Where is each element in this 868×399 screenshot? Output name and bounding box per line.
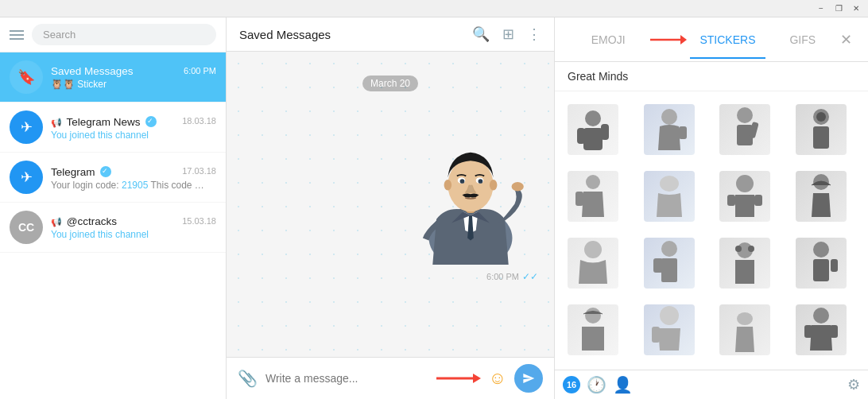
svg-point-9: [490, 180, 498, 190]
svg-rect-36: [661, 258, 677, 282]
sticker-cell-15[interactable]: [713, 298, 777, 362]
chat-area: Saved Messages 🔍 ⊞ ⋮ March 20: [227, 17, 554, 399]
sticker-cell-8[interactable]: [789, 165, 853, 228]
svg-rect-37: [653, 258, 663, 273]
sticker-tabs-bar: EMOJI STICKERS GIFS ✕: [555, 17, 868, 62]
chat-info-cctracks: 📢 @cctracks 15.03.18 You joined this cha…: [51, 215, 216, 240]
chat-time-cc: 15.03.18: [182, 216, 216, 226]
svg-point-7: [479, 179, 483, 184]
avatar-saved: 🔖: [10, 60, 43, 94]
svg-point-26: [816, 112, 826, 122]
megaphone-icon: 📢: [51, 118, 62, 127]
chat-preview: 🦉🦉 Sticker: [51, 79, 216, 90]
delivery-check: ✓✓: [522, 271, 538, 282]
restore-button[interactable]: ❐: [833, 3, 844, 14]
attach-button[interactable]: 📎: [238, 369, 258, 388]
sticker-cell-7[interactable]: [713, 165, 777, 228]
svg-point-48: [813, 308, 829, 323]
settings-icon[interactable]: ⚙: [847, 376, 860, 393]
sticker-cell-10[interactable]: [637, 231, 701, 295]
sidebar-header: Search: [0, 17, 226, 52]
verified-icon: [145, 116, 157, 127]
sticker-cell-14[interactable]: [637, 298, 701, 362]
svg-point-21: [737, 107, 753, 123]
sticker-cell-16[interactable]: [789, 298, 853, 362]
input-area: 📎 ☺: [227, 357, 554, 399]
svg-rect-46: [652, 327, 660, 343]
panel-close-button[interactable]: ✕: [840, 31, 852, 48]
sticker-cell-1[interactable]: [561, 98, 625, 161]
svg-rect-18: [601, 124, 609, 140]
chat-list: 🔖 Saved Messages 6:00 PM 🦉🦉 Sticker ✈ 📢: [0, 52, 226, 399]
chat-name-row-tg: Telegram 17.03.18: [51, 165, 216, 178]
send-button[interactable]: [514, 364, 543, 393]
sidebar: Search 🔖 Saved Messages 6:00 PM 🦉🦉 Stick…: [0, 17, 227, 399]
tab-stickers[interactable]: STICKERS: [690, 21, 765, 59]
sticker-cell-12[interactable]: [789, 231, 853, 295]
chat-name-tg: Telegram: [51, 165, 111, 178]
sticker-cell-11[interactable]: [713, 231, 777, 295]
hamburger-menu[interactable]: [10, 30, 24, 40]
sticker-cell-6[interactable]: [637, 165, 701, 228]
sticker-tesla: [403, 98, 538, 265]
sticker-cell-5[interactable]: [561, 165, 625, 228]
chat-time-tn: 18.03.18: [182, 116, 216, 126]
chat-item-telegram-news[interactable]: ✈ 📢 Telegram News 18.03.18 You joined th…: [0, 103, 226, 153]
columns-icon[interactable]: ⊞: [502, 25, 514, 43]
avatar-cctracks: CC: [10, 211, 43, 244]
sticker-cell-13[interactable]: [561, 298, 625, 362]
svg-point-29: [660, 176, 679, 192]
tab-gifs[interactable]: GIFS: [765, 21, 840, 59]
character-icon[interactable]: 👤: [613, 375, 633, 394]
panel-title: Great Minds: [568, 70, 855, 83]
svg-rect-32: [754, 195, 762, 206]
message-input[interactable]: [265, 372, 425, 385]
svg-point-44: [585, 308, 601, 323]
svg-point-45: [660, 306, 679, 325]
sticker-cell-4[interactable]: [789, 98, 853, 161]
sticker-panel: EMOJI STICKERS GIFS ✕ Great Minds: [554, 17, 868, 399]
message-bubble: 6:00 PM ✓✓: [242, 98, 538, 282]
date-badge: March 20: [242, 76, 538, 90]
svg-marker-14: [680, 35, 687, 45]
svg-point-8: [444, 180, 452, 190]
more-icon[interactable]: ⋮: [527, 25, 541, 43]
svg-rect-50: [830, 325, 838, 338]
arrow-indicator: [433, 369, 481, 388]
chat-item-saved[interactable]: 🔖 Saved Messages 6:00 PM 🦉🦉 Sticker: [0, 52, 226, 103]
sticker-cell-9[interactable]: [561, 231, 625, 295]
emoji-button[interactable]: ☺: [489, 368, 506, 389]
chat-time-tg: 17.03.18: [182, 166, 216, 176]
close-button[interactable]: ✕: [851, 3, 862, 14]
svg-rect-49: [804, 325, 812, 338]
message-time: 6:00 PM ✓✓: [403, 271, 538, 282]
header-icons: 🔍 ⊞ ⋮: [472, 25, 541, 43]
sticker-footer: 16 🕐 👤 ⚙: [555, 370, 868, 399]
chat-item-telegram[interactable]: ✈ Telegram 17.03.18 Your login code: 219…: [0, 153, 226, 203]
search-icon[interactable]: 🔍: [472, 25, 490, 43]
svg-point-41: [813, 242, 829, 258]
chat-info-saved: Saved Messages 6:00 PM 🦉🦉 Sticker: [51, 65, 216, 90]
chat-time: 6:00 PM: [184, 66, 216, 76]
sticker-cell-3[interactable]: [713, 98, 777, 161]
search-input[interactable]: Search: [32, 24, 216, 45]
svg-rect-42: [813, 259, 829, 281]
svg-point-6: [460, 179, 465, 184]
sticker-cell-2[interactable]: [637, 98, 701, 161]
chat-name-tn: 📢 Telegram News: [51, 114, 157, 128]
chat-item-cctracks[interactable]: CC 📢 @cctracks 15.03.18 You joined this …: [0, 203, 226, 253]
svg-point-27: [586, 175, 600, 189]
verified-icon-tg: [100, 166, 111, 177]
chat-header: Saved Messages 🔍 ⊞ ⋮: [227, 17, 554, 52]
chat-name-row-tn: 📢 Telegram News 18.03.18: [51, 114, 216, 128]
avatar-telegram: ✈: [10, 161, 43, 194]
minimize-button[interactable]: −: [816, 3, 827, 14]
recent-badge[interactable]: 16: [563, 376, 580, 393]
svg-rect-43: [831, 259, 838, 272]
chat-name-row-cc: 📢 @cctracks 15.03.18: [51, 215, 216, 227]
clock-icon[interactable]: 🕐: [587, 375, 606, 394]
sticker-message: 6:00 PM ✓✓: [403, 98, 538, 282]
tab-emoji[interactable]: EMOJI: [571, 21, 645, 59]
chat-info-telegram: Telegram 17.03.18 Your login code: 21905…: [51, 165, 216, 191]
send-icon: [522, 372, 535, 385]
